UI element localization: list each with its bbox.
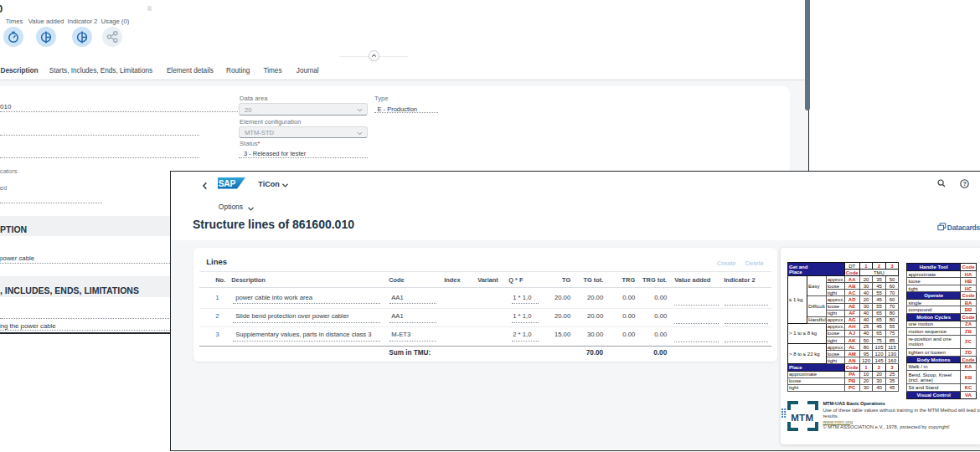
svg-text:MTM: MTM <box>791 413 813 423</box>
svg-text:SAP: SAP <box>219 179 236 188</box>
svg-text:?: ? <box>963 180 967 187</box>
